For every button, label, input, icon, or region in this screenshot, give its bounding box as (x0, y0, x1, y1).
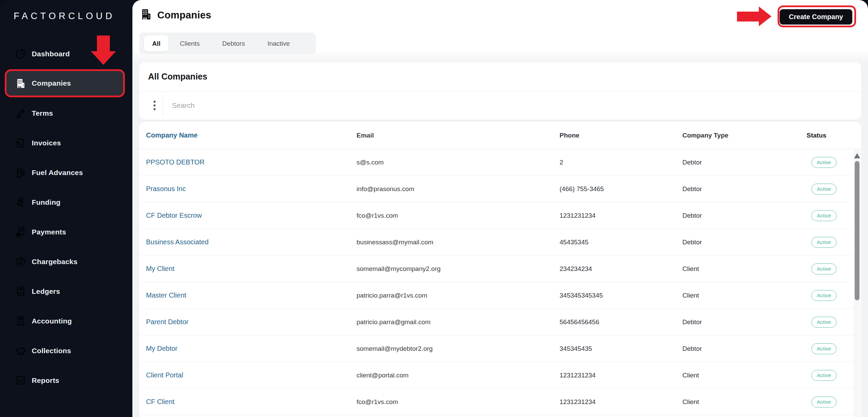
table-row[interactable]: Parent Debtorpatricio.parra@gmail.com564… (139, 309, 861, 335)
company-email: somemail@mydebtor2.org (357, 345, 560, 353)
sidebar-item-reports[interactable]: Reports (6, 365, 124, 395)
table-row[interactable]: PPSOTO DEBTORs@s.com2DebtorActive (139, 149, 861, 176)
sidebar-item-funding[interactable]: Funding (6, 187, 124, 217)
status-cell: Active (807, 370, 861, 381)
pie-chart-icon (15, 48, 26, 59)
app-window: FACTORCLOUD Dashboard CompaniesTermsInvo… (0, 0, 868, 417)
company-name-link[interactable]: My Debtor (146, 345, 357, 353)
column-header-status: Status (807, 132, 861, 139)
sidebar-item-label: Invoices (32, 139, 61, 147)
table-row[interactable]: Client Portalclient@portal.com1231231234… (139, 362, 861, 389)
book-icon (15, 286, 26, 297)
table-body: PPSOTO DEBTORs@s.com2DebtorActivePrasonu… (139, 149, 861, 415)
sidebar-item-label: Payments (32, 228, 66, 236)
sidebar-item-collections[interactable]: Collections (6, 336, 124, 365)
table-row[interactable]: My Debtorsomemail@mydebtor2.org345345435… (139, 335, 861, 362)
company-name-link[interactable]: Business Associated (146, 238, 357, 246)
column-header-phone: Phone (560, 132, 682, 139)
table-row[interactable]: Prasonus Incinfo@prasonus.com(466) 755-3… (139, 176, 861, 202)
sidebar-item-label: Reports (32, 376, 59, 385)
company-email: patricio.parra@r1vs.com (357, 292, 560, 299)
sidebar-item-label: Accounting (32, 317, 72, 325)
table-row[interactable]: My Clientsomemail@mycompany2.org23423423… (139, 256, 861, 282)
tab-all[interactable]: All (144, 35, 169, 52)
search-input[interactable] (171, 101, 861, 110)
company-phone: 56456456456 (560, 318, 682, 326)
status-cell: Active (807, 263, 861, 274)
table-row[interactable]: CF Clientfco@r1vs.com1231231234ClientAct… (139, 389, 861, 415)
status-cell: Active (807, 343, 861, 354)
sidebar-item-dashboard[interactable]: Dashboard (6, 39, 124, 69)
sidebar-item-label: Funding (32, 198, 60, 206)
table-header-row: Company NameEmailPhoneCompany TypeStatus (139, 122, 861, 149)
sidebar-item-payments[interactable]: Payments (6, 217, 124, 247)
tab-inactive[interactable]: Inactive (256, 35, 301, 52)
company-email: businessass@mymail.com (357, 239, 560, 246)
status-badge: Active (811, 263, 837, 274)
company-name-link[interactable]: CF Debtor Escrow (146, 212, 357, 219)
search-row (139, 91, 861, 119)
tab-bar: AllClientsDebtorsInactive (139, 32, 316, 55)
company-type: Debtor (682, 318, 807, 326)
page-title: Companies (157, 10, 211, 21)
company-name-link[interactable]: Client Portal (146, 371, 357, 379)
create-company-button[interactable]: Create Company (780, 9, 852, 25)
company-type: Client (682, 292, 807, 299)
building-icon (140, 8, 152, 22)
company-name-link[interactable]: PPSOTO DEBTOR (146, 158, 357, 166)
column-header-email: Email (357, 132, 560, 139)
building-icon (15, 78, 26, 89)
sidebar-item-label: Dashboard (32, 50, 70, 58)
company-name-link[interactable]: Master Client (146, 291, 357, 299)
sidebar-item-invoices[interactable]: Invoices (6, 128, 124, 158)
brand-logo: FACTORCLOUD (14, 11, 115, 21)
tab-debtors[interactable]: Debtors (211, 35, 256, 52)
company-name-link[interactable]: Parent Debtor (146, 318, 357, 326)
company-name-link[interactable]: CF Client (146, 398, 357, 406)
hand-money-icon (15, 197, 26, 207)
status-badge: Active (811, 157, 837, 168)
companies-table-panel: Company NameEmailPhoneCompany TypeStatus… (139, 122, 861, 417)
column-header-company-type: Company Type (682, 132, 807, 139)
sidebar-item-companies[interactable]: Companies (6, 70, 124, 97)
status-badge: Active (811, 290, 837, 301)
company-phone: 1231231234 (560, 212, 682, 219)
company-name-link[interactable]: Prasonus Inc (146, 185, 357, 193)
company-name-link[interactable]: My Client (146, 265, 357, 273)
status-cell: Active (807, 397, 861, 407)
sidebar-item-chargebacks[interactable]: Chargebacks (6, 247, 124, 276)
status-badge: Active (811, 397, 837, 407)
company-phone: 1231231234 (560, 398, 682, 406)
company-email: somemail@mycompany2.org (357, 265, 560, 273)
sidebar-item-ledgers[interactable]: Ledgers (6, 276, 124, 306)
sidebar-item-terms[interactable]: Terms (6, 98, 124, 128)
status-badge: Active (811, 343, 837, 354)
status-cell: Active (807, 317, 861, 328)
page-header: Companies (140, 8, 211, 22)
status-cell: Active (807, 210, 861, 221)
sidebar-item-label: Ledgers (32, 287, 60, 296)
tab-clients[interactable]: Clients (169, 35, 211, 52)
status-badge: Active (811, 210, 837, 221)
status-cell: Active (807, 184, 861, 195)
sidebar: FACTORCLOUD Dashboard CompaniesTermsInvo… (0, 0, 132, 417)
table-row[interactable]: Business Associatedbusinessass@mymail.co… (139, 229, 861, 256)
table-row[interactable]: Master Clientpatricio.parra@r1vs.com3453… (139, 282, 861, 309)
company-phone: 45435345 (560, 239, 682, 246)
receipt-money-icon (15, 227, 26, 237)
panel-title-row: All Companies (139, 62, 861, 91)
sidebar-item-accounting[interactable]: Accounting (6, 306, 124, 336)
column-header-company-name: Company Name (146, 131, 357, 139)
company-phone: (466) 755-3465 (560, 185, 682, 193)
table-row[interactable]: CF Debtor Escrowfco@r1vs.com1231231234De… (139, 202, 861, 229)
bar-chart-icon (15, 375, 26, 386)
piggy-bank-icon (15, 345, 26, 356)
scrollbar-up-arrow-icon[interactable] (854, 153, 860, 158)
company-email: info@prasonus.com (357, 185, 560, 193)
fuel-pump-icon (15, 167, 26, 178)
company-type: Debtor (682, 212, 807, 219)
company-email: patricio.parra@gmail.com (357, 318, 560, 326)
scrollbar-thumb[interactable] (855, 161, 859, 300)
kebab-menu-icon[interactable] (148, 101, 161, 110)
sidebar-item-fuel-advances[interactable]: Fuel Advances (6, 158, 124, 187)
